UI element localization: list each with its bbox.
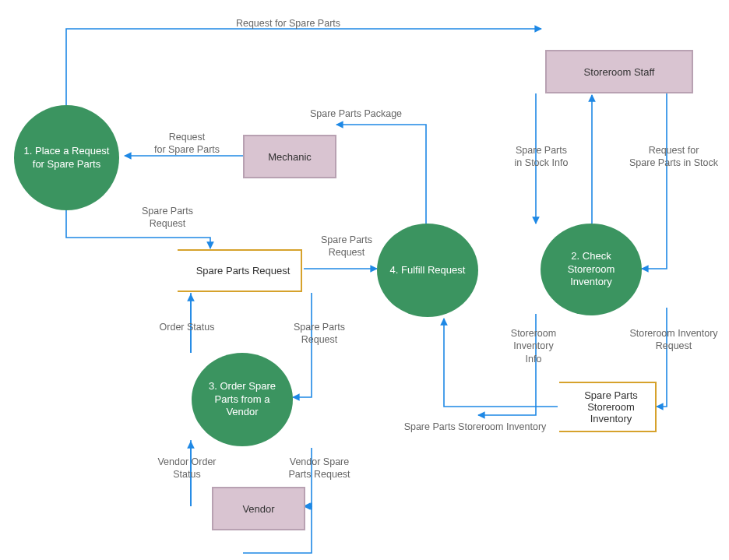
process-place-request[interactable]: 1. Place a Request for Spare Parts xyxy=(14,105,119,210)
process-label: 2. Check Storeroom Inventory xyxy=(547,250,636,290)
process-label: 3. Order Spare Parts from a Vendor xyxy=(198,380,287,420)
datastore-spare-parts-request[interactable]: Spare Parts Request xyxy=(178,249,302,292)
flow-label: Spare Parts Request xyxy=(312,234,382,259)
flow-label: Vendor Spare Parts Request xyxy=(280,456,358,481)
flow-label: Request for Spare Parts in Stock xyxy=(623,144,724,170)
flow-label: Storeroom Inventory Info xyxy=(502,327,565,365)
datastore-storeroom-inventory[interactable]: Spare Parts Storeroom Inventory xyxy=(559,382,657,432)
datastore-label: Spare Parts Request xyxy=(196,265,291,276)
process-label: 1. Place a Request for Spare Parts xyxy=(20,145,113,171)
flow-label: Spare Parts Request xyxy=(284,321,354,347)
flow-label: Spare Parts in Stock Info xyxy=(506,144,576,170)
flow-label: Request for Spare Parts xyxy=(140,131,234,157)
entity-label: Storeroom Staff xyxy=(584,66,655,78)
entity-mechanic[interactable]: Mechanic xyxy=(243,135,336,178)
datastore-label: Spare Parts Storeroom Inventory xyxy=(572,389,650,424)
flow-label: Vendor Order Status xyxy=(148,456,226,481)
entity-label: Mechanic xyxy=(268,151,312,163)
diagram-canvas[interactable]: 1. Place a Request for Spare Parts 2. Ch… xyxy=(0,0,729,560)
entity-storeroom-staff[interactable]: Storeroom Staff xyxy=(545,50,693,93)
flow-label: Spare Parts Request xyxy=(132,205,202,231)
process-order-vendor[interactable]: 3. Order Spare Parts from a Vendor xyxy=(192,353,293,446)
entity-label: Vendor xyxy=(242,503,274,515)
process-check-inventory[interactable]: 2. Check Storeroom Inventory xyxy=(541,224,642,315)
flow-label: Order Status xyxy=(148,321,226,333)
flow-label: Spare Parts Storeroom Inventory xyxy=(397,421,553,433)
entity-vendor[interactable]: Vendor xyxy=(212,487,305,530)
flow-label: Storeroom Inventory Request xyxy=(623,327,724,353)
process-fulfill-request[interactable]: 4. Fulfill Request xyxy=(377,224,478,317)
flow-label: Request for Spare Parts xyxy=(226,17,350,30)
process-label: 4. Fulfill Request xyxy=(390,264,466,277)
flow-label: Spare Parts Package xyxy=(298,107,414,120)
